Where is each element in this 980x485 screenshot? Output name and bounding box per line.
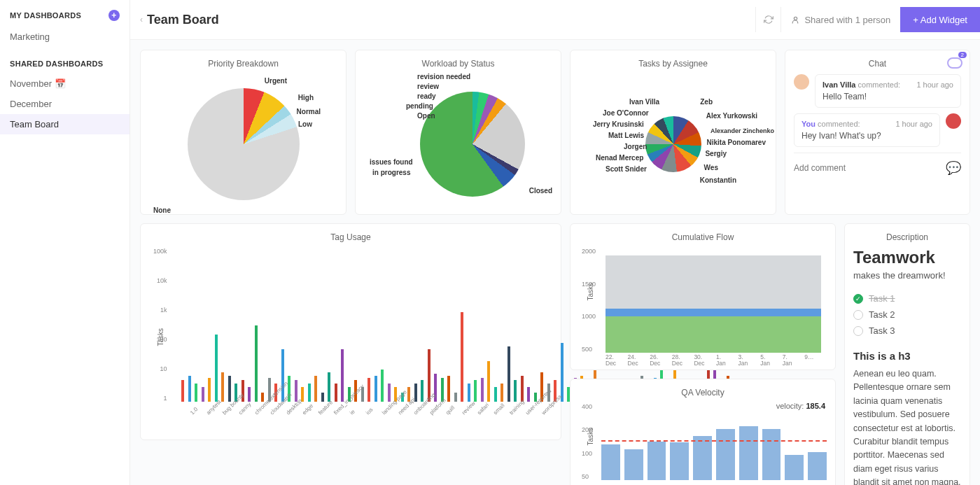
x-tick: review <box>451 402 467 437</box>
pl: Sergiy <box>705 150 727 157</box>
widget-chat[interactable]: Chat 2 Ivan Villa commented: 1 hour ago <box>785 50 970 215</box>
widget-title: QA Velocity <box>579 388 827 398</box>
person-icon <box>791 15 800 24</box>
add-widget-button[interactable]: + Add Widget <box>900 7 980 32</box>
topbar: ‹ Team Board Shared with 1 person + Add … <box>130 0 980 40</box>
svg-point-0 <box>794 17 797 20</box>
widget-qa-velocity[interactable]: QA Velocity velocity: 185.4 Tasks 400200… <box>570 379 836 485</box>
task-label: Task 3 <box>869 325 895 336</box>
x-tick: small <box>483 402 499 437</box>
content: Priority Breakdown Urgent High Normal Lo… <box>130 40 980 485</box>
bar <box>601 444 620 480</box>
task-list: ✓Task 1 Task 2 Task 3 <box>853 290 961 339</box>
area-chart: 200015001000500 <box>606 248 821 353</box>
x-tick: 28.Dec <box>672 354 694 367</box>
bar <box>716 429 735 480</box>
bar <box>214 335 219 402</box>
check-icon <box>853 326 863 336</box>
chat-author: Ivan Villa <box>822 80 856 89</box>
x-tick: 24.Dec <box>628 354 650 367</box>
widget-cumulative-flow[interactable]: Cumulative Flow Tasks 200015001000500 22… <box>570 223 836 370</box>
x-tick: safari <box>467 402 483 437</box>
desc-sub: makes the dreamwork! <box>853 270 961 281</box>
pl: Konstantin <box>700 176 736 184</box>
bar <box>307 384 312 402</box>
x-tick: 9… <box>804 354 827 367</box>
bar <box>180 380 186 402</box>
bar <box>472 380 478 402</box>
task-item[interactable]: Task 2 <box>853 307 961 323</box>
avatar <box>946 113 961 129</box>
sidebar-item[interactable]: November 📅 <box>0 73 130 94</box>
bar <box>785 455 804 480</box>
widget-title: Priority Breakdown <box>149 59 337 69</box>
chat-time: 1 hour ago <box>916 80 953 89</box>
bar <box>453 393 458 402</box>
bar <box>499 384 505 402</box>
shared-with-button[interactable]: Shared with 1 person <box>780 7 900 32</box>
bar <box>446 376 451 402</box>
chat-count: 2 <box>958 52 967 58</box>
refresh-button[interactable] <box>755 7 780 32</box>
bar <box>193 384 199 402</box>
x-tick: onboarding <box>403 402 419 437</box>
pie-label-none: None <box>153 206 171 214</box>
pl: Matt Lewis <box>608 132 644 139</box>
check-icon <box>853 310 863 320</box>
add-dashboard-button[interactable]: + <box>108 10 120 21</box>
sidebar-item[interactable]: December <box>0 94 130 114</box>
shared-dashboards-label: SHARED DASHBOARDS <box>10 59 103 68</box>
sidebar-item[interactable]: Marketing <box>0 27 130 47</box>
desc-heading: Teamwork <box>853 248 961 267</box>
task-item[interactable]: ✓Task 1 <box>853 290 961 307</box>
bar <box>762 429 781 480</box>
bar <box>648 442 666 480</box>
x-tick: fixed_in_privacy <box>323 402 340 437</box>
bar <box>313 376 318 402</box>
bar <box>512 380 518 402</box>
bar <box>333 384 339 402</box>
widget-description[interactable]: Description Teamwork makes the dreamwork… <box>844 223 970 485</box>
bar <box>386 384 392 402</box>
x-tick: canny <box>227 402 244 437</box>
x-tick: platform <box>419 402 435 437</box>
widget-title: Cumulative Flow <box>579 232 827 242</box>
widget-assignee[interactable]: Tasks by Assignee Ivan Villa Joe O'Conno… <box>570 50 776 215</box>
x-tick: chrome extension <box>244 402 260 437</box>
send-icon[interactable]: 💬 <box>946 160 961 176</box>
task-item[interactable]: Task 3 <box>853 323 961 339</box>
x-tick: edge <box>291 402 307 437</box>
x-tick: need api <box>387 402 403 437</box>
widget-tag-usage[interactable]: Tag Usage Tasks 100k10k1k100101 1.0anyte… <box>140 223 561 440</box>
bar <box>206 378 212 402</box>
x-tick: feature <box>307 402 323 437</box>
shared-with-label: Shared with 1 person <box>804 15 890 25</box>
x-tick: wordpress <box>531 402 547 437</box>
pl: Jorgen <box>624 143 647 150</box>
pl: Alexander Zinchenko <box>710 127 774 134</box>
sidebar-item[interactable]: Team Board <box>0 114 130 134</box>
pl: Jerry Krusinski <box>593 120 644 128</box>
bar <box>808 452 827 480</box>
x-tick: cloudwatch <box>260 402 276 437</box>
pl: Alex Yurkowski <box>706 112 757 120</box>
x-tick: quill <box>435 402 451 437</box>
widget-title: Workload by Status <box>364 59 552 69</box>
chat-body: Hey Ivan! What's up? <box>802 131 932 141</box>
pl: Nikita Ponomarev <box>707 139 766 146</box>
bar <box>280 349 286 402</box>
chat-badge: 2 <box>947 57 962 69</box>
workload-pie: revision needed review ready pending Ope… <box>364 74 552 214</box>
assignee-pie: Ivan Villa Joe O'Connor Jerry Krusinski … <box>579 74 767 214</box>
x-tick: landing page <box>371 402 387 437</box>
widget-workload[interactable]: Workload by Status revision needed revie… <box>355 50 561 215</box>
pie-label-issues: issues found <box>370 158 413 166</box>
bar <box>693 436 712 480</box>
chat-input[interactable] <box>794 163 946 173</box>
widget-priority[interactable]: Priority Breakdown Urgent High Normal Lo… <box>140 50 346 215</box>
pie-label-normal: Normal <box>297 108 321 115</box>
widget-title: Tasks by Assignee <box>579 59 767 69</box>
bar <box>320 393 326 402</box>
back-chevron-icon[interactable]: ‹ <box>140 15 143 24</box>
x-tick: training <box>499 402 515 437</box>
